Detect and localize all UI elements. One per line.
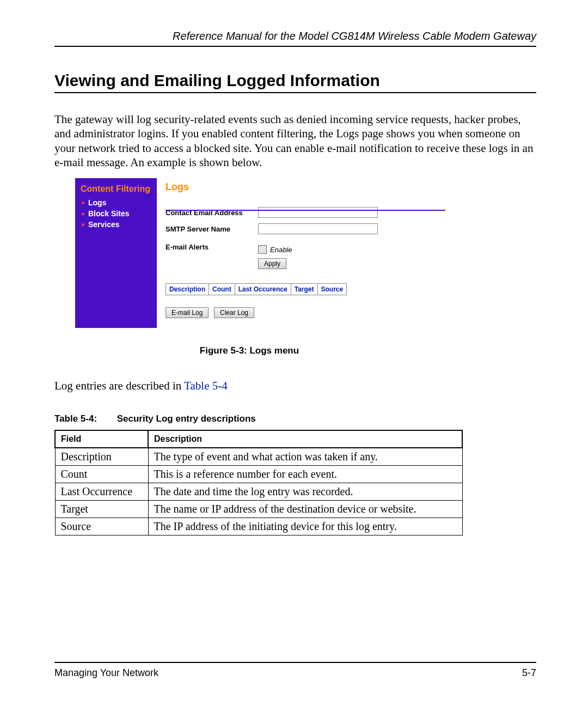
col-description: Description	[166, 284, 209, 295]
sidebar-item-logs[interactable]: Logs	[81, 197, 151, 208]
email-log-button[interactable]: E-mail Log	[166, 307, 209, 318]
description-table: Field Description DescriptionThe type of…	[54, 430, 463, 535]
table-row: Last OccurrenceThe date and time the log…	[55, 483, 462, 501]
th-description: Description	[148, 430, 462, 448]
table-row: DescriptionThe type of event and what ac…	[55, 448, 462, 466]
running-header: Reference Manual for the Model CG814M Wi…	[54, 30, 536, 47]
sidebar-item-block-sites[interactable]: Block Sites	[81, 208, 151, 219]
th-field: Field	[55, 430, 148, 448]
table-row: SourceThe IP address of the initiating d…	[55, 518, 462, 535]
col-source: Source	[317, 284, 347, 295]
enable-label: Enable	[270, 246, 292, 254]
table-link[interactable]: Table 5-4	[184, 379, 228, 392]
email-alerts-label: E-mail Alerts	[166, 243, 258, 251]
panel-title: Logs	[166, 181, 418, 193]
sidebar-item-services[interactable]: Services	[81, 219, 151, 230]
divider	[166, 210, 445, 211]
smtp-server-label: SMTP Server Name	[166, 225, 258, 233]
table-row: CountThis is a reference number for each…	[55, 466, 462, 483]
table-row: TargetThe name or IP address of the dest…	[55, 501, 462, 518]
logs-menu-screenshot: Content Filtering Logs Block Sites Servi…	[75, 178, 424, 328]
footer-chapter: Managing Your Network	[54, 667, 158, 679]
section-heading: Viewing and Emailing Logged Information	[54, 71, 536, 93]
clear-log-button[interactable]: Clear Log	[214, 307, 254, 318]
sidebar-title: Content Filtering	[81, 184, 151, 194]
sidebar: Content Filtering Logs Block Sites Servi…	[75, 178, 157, 328]
smtp-server-input[interactable]	[258, 223, 378, 234]
footer-page: 5-7	[522, 667, 536, 679]
col-count: Count	[209, 284, 235, 295]
col-last-occurrence: Last Occurence	[235, 284, 291, 295]
enable-checkbox[interactable]	[258, 245, 267, 254]
apply-button[interactable]: Apply	[258, 258, 286, 269]
log-table: Description Count Last Occurence Target …	[166, 283, 347, 295]
col-target: Target	[291, 284, 317, 295]
figure-caption: Figure 5-3: Logs menu	[75, 345, 424, 356]
body-paragraph: The gateway will log security-related ev…	[54, 112, 536, 169]
table-intro: Log entries are described in Table 5-4	[54, 379, 536, 393]
table-caption: Table 5-4: Security Log entry descriptio…	[54, 413, 536, 424]
contact-email-input[interactable]	[258, 207, 378, 218]
